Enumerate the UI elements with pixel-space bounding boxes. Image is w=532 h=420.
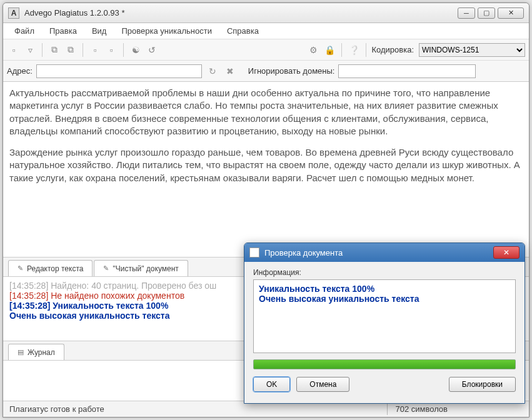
book-icon: ▤ bbox=[18, 348, 24, 356]
encoding-label: Кодировка: bbox=[371, 45, 414, 54]
info-label: Информация: bbox=[253, 268, 516, 277]
tab-journal[interactable]: ▤Журнал bbox=[8, 344, 64, 360]
menu-check[interactable]: Проверка уникальности bbox=[115, 24, 218, 38]
address-label: Адрес: bbox=[7, 66, 33, 76]
minimize-button[interactable]: ─ bbox=[458, 8, 475, 19]
separator bbox=[42, 43, 43, 57]
copy-icon[interactable]: ⧉ bbox=[48, 43, 61, 57]
app-icon: A bbox=[8, 8, 19, 19]
doc-icon: ✎ bbox=[103, 264, 109, 272]
address-input[interactable] bbox=[36, 64, 202, 78]
uniqueness-desc: Очень высокая уникальность текста bbox=[259, 294, 510, 304]
status-ready: Плагиатус готов к работе bbox=[9, 404, 104, 414]
menu-edit[interactable]: Правка bbox=[43, 24, 83, 38]
ignore-domains-input[interactable] bbox=[338, 64, 476, 78]
uniqueness-line: Уникальность текста 100% bbox=[259, 284, 510, 294]
separator bbox=[83, 43, 83, 57]
ignore-domains-label: Игнорировать домены: bbox=[248, 66, 335, 76]
open-doc-icon[interactable]: ▿ bbox=[23, 43, 37, 57]
menu-view[interactable]: Вид bbox=[86, 24, 113, 38]
gear-icon[interactable]: ⚙ bbox=[306, 43, 320, 57]
help-icon[interactable]: ❔ bbox=[347, 43, 361, 57]
dialog-icon bbox=[249, 248, 259, 258]
progress-bar bbox=[253, 359, 516, 369]
info-box: Уникальность текста 100% Очень высокая у… bbox=[253, 279, 516, 353]
stop-icon[interactable]: ✖ bbox=[223, 64, 237, 78]
blocklist-button[interactable]: Блокировки bbox=[449, 377, 516, 392]
tab-editor[interactable]: ✎Редактор текста bbox=[8, 260, 93, 276]
window-title: Advego Plagiatus 1.2.0.93 * bbox=[24, 8, 458, 18]
separator bbox=[341, 43, 342, 57]
separator bbox=[123, 43, 124, 57]
close-button[interactable]: ✕ bbox=[498, 8, 524, 19]
maximize-button[interactable]: ▢ bbox=[478, 8, 495, 19]
cancel-button[interactable]: Отмена bbox=[296, 377, 349, 392]
dialog-body: Информация: Уникальность текста 100% Оче… bbox=[244, 262, 524, 398]
doc1-icon[interactable]: ▫ bbox=[88, 43, 102, 57]
dialog-close-button[interactable]: ✕ bbox=[493, 246, 519, 259]
paragraph: Актуальность рассматриваемой проблемы в … bbox=[9, 87, 523, 138]
new-doc-icon[interactable]: ▫ bbox=[7, 43, 21, 57]
refresh-icon[interactable]: ↺ bbox=[145, 43, 159, 57]
dialog-title: Проверка документа bbox=[264, 248, 493, 258]
go-icon[interactable]: ↻ bbox=[206, 64, 219, 78]
encoding-select[interactable]: WINDOWS-1251 bbox=[419, 43, 525, 57]
ok-button[interactable]: OK bbox=[253, 377, 290, 392]
menubar: Файл Правка Вид Проверка уникальности Сп… bbox=[3, 23, 529, 39]
menu-help[interactable]: Справка bbox=[221, 24, 265, 38]
tab-clean[interactable]: ✎"Чистый" документ bbox=[94, 260, 188, 276]
status-chars: 702 символов bbox=[395, 404, 448, 414]
pencil-icon: ✎ bbox=[18, 264, 23, 272]
text-editor[interactable]: Актуальность рассматриваемой проблемы в … bbox=[3, 82, 529, 257]
address-bar: Адрес: ↻ ✖ Игнорировать домены: bbox=[3, 61, 529, 82]
paste-icon[interactable]: ⧉ bbox=[64, 43, 78, 57]
titlebar[interactable]: A Advego Plagiatus 1.2.0.93 * ─ ▢ ✕ bbox=[3, 3, 529, 23]
doc2-icon[interactable]: ▫ bbox=[104, 43, 118, 57]
check-dialog: Проверка документа ✕ Информация: Уникаль… bbox=[244, 242, 525, 404]
toolbar: ▫ ▿ ⧉ ⧉ ▫ ▫ ☯ ↺ ⚙ 🔒 ❔ Кодировка: WINDOWS… bbox=[3, 39, 529, 61]
yin-yang-icon[interactable]: ☯ bbox=[129, 43, 143, 57]
lock-icon[interactable]: 🔒 bbox=[323, 43, 336, 57]
separator bbox=[366, 43, 366, 57]
menu-file[interactable]: Файл bbox=[8, 24, 41, 38]
dialog-buttons: OK Отмена Блокировки bbox=[253, 377, 516, 392]
separator bbox=[387, 404, 388, 415]
paragraph: Зарождение рынка услуг произошло гораздо… bbox=[9, 146, 523, 184]
dialog-titlebar[interactable]: Проверка документа ✕ bbox=[244, 243, 524, 262]
